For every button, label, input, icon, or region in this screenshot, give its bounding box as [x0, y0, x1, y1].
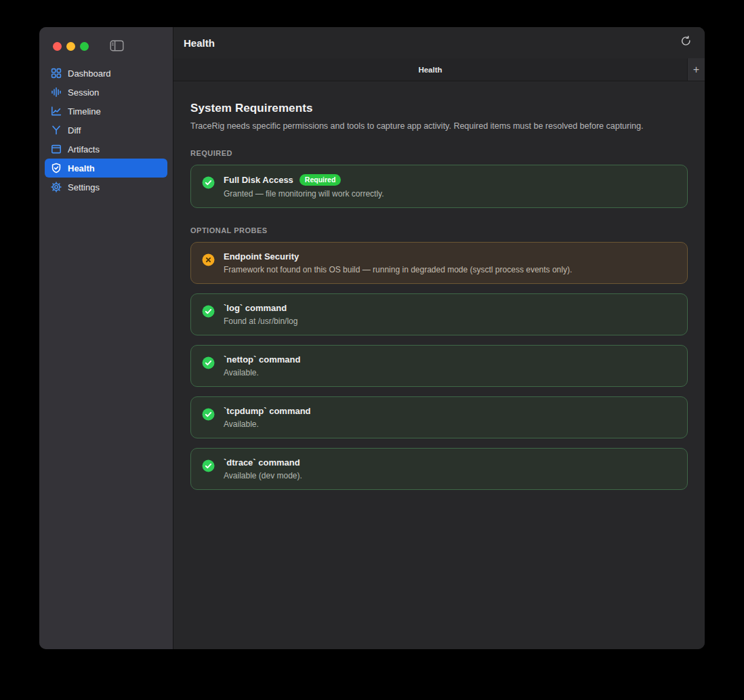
card-title: Full Disk Access: [224, 175, 293, 185]
card-title: `nettop` command: [224, 354, 300, 365]
requirements-section: OPTIONAL PROBES Endpoint Security Framew…: [190, 226, 688, 490]
status-card: `dtrace` command Available (dev mode).: [190, 448, 688, 490]
sidebar: Dashboard Session Timeline Diff Artifact…: [39, 27, 173, 649]
requirements-sections: REQUIRED Full Disk Access Required Grant…: [190, 149, 688, 490]
card-description: Found at /usr/bin/log: [224, 316, 297, 326]
add-tab-button[interactable]: +: [687, 58, 705, 81]
section-label: OPTIONAL PROBES: [190, 226, 688, 234]
timeline-chart-icon: [50, 106, 62, 117]
sidebar-item-label: Dashboard: [68, 68, 111, 79]
sidebar-item-artifacts[interactable]: Artifacts: [45, 140, 167, 159]
window-controls: [39, 27, 173, 54]
main-panel: Health Health + System Requirements Trac…: [173, 27, 705, 649]
check-circle-icon: [202, 459, 215, 472]
health-content: System Requirements TraceRig needs speci…: [173, 81, 705, 649]
sidebar-toggle-icon: [110, 40, 124, 54]
card-title: `tcpdump` command: [224, 406, 311, 416]
check-circle-icon: [202, 305, 215, 318]
required-badge: Required: [299, 174, 342, 186]
sidebar-item-label: Session: [68, 87, 99, 98]
card-description: Available (dev mode).: [224, 471, 302, 480]
card-description: Available.: [224, 368, 300, 377]
app-window: Dashboard Session Timeline Diff Artifact…: [39, 27, 705, 649]
content-subtitle: TraceRig needs specific permissions and …: [190, 121, 688, 131]
minimize-button[interactable]: [66, 42, 75, 51]
dashboard-grid-icon: [50, 68, 62, 79]
check-circle-icon: [202, 408, 215, 421]
card-title: `log` command: [224, 303, 287, 313]
card-description: Framework not found on this OS build — r…: [224, 265, 572, 274]
status-card: `nettop` command Available.: [190, 345, 688, 387]
tab-health[interactable]: Health: [409, 66, 451, 74]
session-waveform-icon: [50, 87, 62, 98]
sidebar-item-label: Health: [68, 163, 95, 173]
section-label: REQUIRED: [190, 149, 688, 157]
sidebar-item-dashboard[interactable]: Dashboard: [45, 64, 167, 83]
zoom-button[interactable]: [80, 42, 89, 51]
check-circle-icon: [202, 356, 215, 369]
content-title: System Requirements: [190, 102, 688, 115]
sidebar-toggle-button[interactable]: [108, 39, 125, 55]
tab-strip: Health: [173, 58, 687, 81]
card-title: Endpoint Security: [224, 251, 299, 262]
diff-branch-icon: [50, 125, 62, 136]
requirements-section: REQUIRED Full Disk Access Required Grant…: [190, 149, 688, 208]
sidebar-item-session[interactable]: Session: [45, 83, 167, 102]
card-title: `dtrace` command: [224, 457, 300, 468]
card-description: Available.: [224, 419, 311, 429]
close-button[interactable]: [53, 42, 62, 51]
status-card: `tcpdump` command Available.: [190, 396, 688, 438]
section-cards: Endpoint Security Framework not found on…: [190, 242, 688, 490]
artifacts-box-icon: [50, 144, 62, 155]
sidebar-item-diff[interactable]: Diff: [45, 121, 167, 140]
sidebar-item-settings[interactable]: Settings: [45, 178, 167, 197]
x-circle-icon: [202, 253, 215, 266]
sidebar-item-label: Timeline: [68, 106, 101, 117]
refresh-button[interactable]: [678, 34, 694, 52]
sidebar-item-label: Diff: [68, 125, 81, 136]
status-card: `log` command Found at /usr/bin/log: [190, 293, 688, 335]
titlebar: Health: [173, 27, 705, 58]
sidebar-item-label: Artifacts: [68, 144, 100, 155]
sidebar-nav: Dashboard Session Timeline Diff Artifact…: [39, 64, 173, 197]
sidebar-item-label: Settings: [68, 182, 100, 192]
tab-bar: Health +: [173, 58, 705, 81]
page-header-title: Health: [184, 37, 215, 49]
sidebar-item-health[interactable]: Health: [45, 159, 167, 178]
health-shield-icon: [50, 163, 62, 174]
section-cards: Full Disk Access Required Granted — file…: [190, 165, 688, 208]
status-card: Full Disk Access Required Granted — file…: [190, 165, 688, 208]
sidebar-item-timeline[interactable]: Timeline: [45, 102, 167, 121]
settings-gear-icon: [50, 182, 62, 193]
refresh-icon: [680, 35, 693, 50]
card-description: Granted — file monitoring will work corr…: [224, 189, 384, 199]
check-circle-icon: [202, 176, 215, 189]
status-card: Endpoint Security Framework not found on…: [190, 242, 688, 284]
